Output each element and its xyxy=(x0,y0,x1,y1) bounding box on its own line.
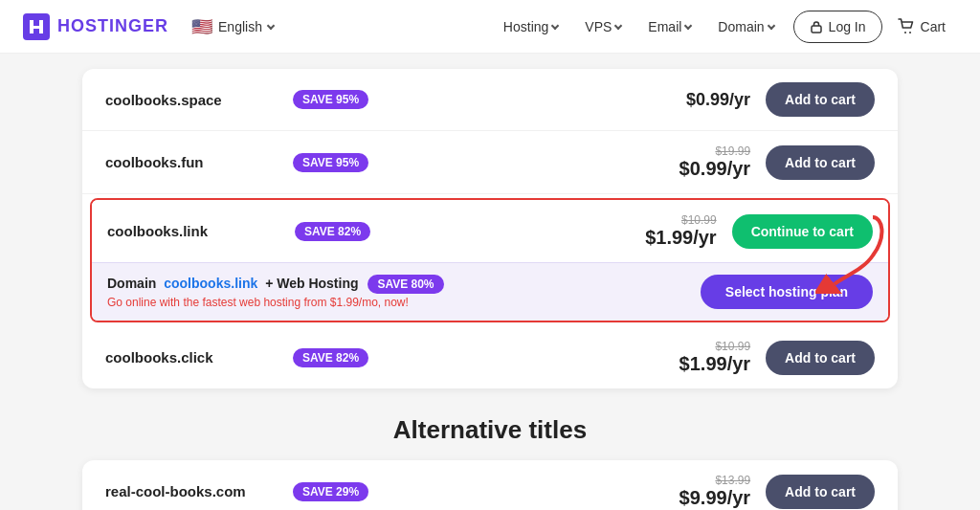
continue-to-cart-button[interactable]: Continue to cart xyxy=(732,214,873,249)
domain-name-link: coolbooks.link xyxy=(107,223,279,239)
promo-save-badge: SAVE 80% xyxy=(368,275,443,294)
nav-links: Hosting VPS Email Domain Log In xyxy=(492,11,957,43)
nav-email[interactable]: Email xyxy=(636,11,702,42)
domain-name-space: coolbooks.space xyxy=(105,92,278,108)
cart-icon xyxy=(898,18,915,35)
price-old-link: $10.99 xyxy=(621,213,717,227)
price-old-click: $10.99 xyxy=(655,340,750,353)
domain-results-table: coolbooks.space SAVE 95% $0.99/yr Add to… xyxy=(82,69,898,388)
add-cart-space-button[interactable]: Add to cart xyxy=(766,82,875,117)
cart-label: Cart xyxy=(921,19,946,34)
svg-point-3 xyxy=(909,32,911,33)
domain-row-space: coolbooks.space SAVE 95% $0.99/yr Add to… xyxy=(82,69,898,131)
alt-price-1: $13.99 $9.99/yr xyxy=(655,474,750,509)
price-space: $0.99/yr xyxy=(655,90,750,110)
save-badge-space: SAVE 95% xyxy=(293,90,368,109)
price-link: $10.99 $1.99/yr xyxy=(621,213,717,249)
language-selector[interactable]: 🇺🇸 English xyxy=(191,16,274,37)
domain-row-fun: coolbooks.fun SAVE 95% $19.99 $0.99/yr A… xyxy=(82,131,898,194)
promo-title: Domain coolbooks.link + Web Hosting SAVE… xyxy=(107,275,685,294)
domain-row-click: coolbooks.click SAVE 82% $10.99 $1.99/yr… xyxy=(82,326,898,388)
price-current-fun: $0.99/yr xyxy=(655,158,750,180)
logo-text: HOSTINGER xyxy=(57,16,168,36)
alt-price-old-1: $13.99 xyxy=(655,474,750,487)
promo-prefix: Domain xyxy=(107,276,156,291)
lang-label: English xyxy=(218,19,262,34)
price-current-link: $1.99/yr xyxy=(621,227,717,249)
save-badge-link: SAVE 82% xyxy=(295,222,370,241)
alt-price-current-1: $9.99/yr xyxy=(655,487,750,509)
vps-chevron-icon xyxy=(614,21,622,29)
promo-subtitle: Go online with the fastest web hosting f… xyxy=(107,296,685,309)
main-content: coolbooks.space SAVE 95% $0.99/yr Add to… xyxy=(59,54,921,510)
domain-name-click: coolbooks.click xyxy=(105,349,278,366)
select-hosting-button[interactable]: Select hosting plan xyxy=(701,275,873,309)
domain-row-link: coolbooks.link SAVE 82% $10.99 $1.99/yr … xyxy=(92,200,888,262)
highlighted-section: coolbooks.link SAVE 82% $10.99 $1.99/yr … xyxy=(90,198,890,322)
cart-button[interactable]: Cart xyxy=(886,11,957,43)
alt-add-cart-1-button[interactable]: Add to cart xyxy=(766,475,875,509)
alternative-titles-heading: Alternative titles xyxy=(82,415,898,445)
promo-action: Select hosting plan xyxy=(701,275,873,309)
promo-info: Domain coolbooks.link + Web Hosting SAVE… xyxy=(107,275,685,309)
price-fun: $19.99 $0.99/yr xyxy=(655,144,750,180)
svg-point-2 xyxy=(904,32,906,33)
promo-link-text: coolbooks.link xyxy=(164,276,257,291)
price-click: $10.99 $1.99/yr xyxy=(655,340,750,375)
logo[interactable]: HOSTINGER xyxy=(23,13,168,40)
domain-name-fun: coolbooks.fun xyxy=(105,154,278,170)
email-chevron-icon xyxy=(684,21,692,29)
alt-domain-name-1: real-cool-books.com xyxy=(105,483,278,499)
nav-hosting[interactable]: Hosting xyxy=(492,11,569,42)
hosting-chevron-icon xyxy=(551,21,559,29)
price-old-fun: $19.99 xyxy=(655,144,750,158)
alt-row-1: real-cool-books.com SAVE 29% $13.99 $9.9… xyxy=(82,460,898,510)
lang-chevron-icon xyxy=(267,21,275,29)
promo-row: Domain coolbooks.link + Web Hosting SAVE… xyxy=(92,262,888,321)
login-button[interactable]: Log In xyxy=(793,11,882,43)
price-current-click: $1.99/yr xyxy=(655,353,750,375)
nav-domain[interactable]: Domain xyxy=(706,11,785,42)
add-cart-fun-button[interactable]: Add to cart xyxy=(766,145,875,180)
alternative-table: real-cool-books.com SAVE 29% $13.99 $9.9… xyxy=(82,460,898,510)
alt-save-badge-1: SAVE 29% xyxy=(293,482,368,501)
domain-chevron-icon xyxy=(767,21,774,29)
login-label: Log In xyxy=(829,19,866,34)
price-current-space: $0.99/yr xyxy=(655,90,750,110)
navbar: HOSTINGER 🇺🇸 English Hosting VPS Email D… xyxy=(0,0,980,54)
lock-icon xyxy=(810,20,823,33)
save-badge-fun: SAVE 95% xyxy=(293,153,368,172)
promo-suffix: + Web Hosting xyxy=(265,276,358,291)
save-badge-click: SAVE 82% xyxy=(293,348,368,367)
add-cart-click-button[interactable]: Add to cart xyxy=(766,341,875,375)
svg-rect-1 xyxy=(812,26,821,33)
nav-vps[interactable]: VPS xyxy=(573,11,633,42)
